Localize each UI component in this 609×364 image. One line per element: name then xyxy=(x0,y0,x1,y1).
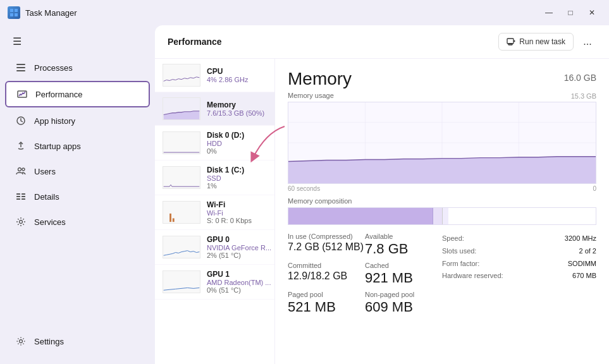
stat-available: Available 7.8 GB xyxy=(365,233,442,257)
wifi-chart-thumb xyxy=(163,201,200,224)
titlebar: Task Manager — □ ✕ xyxy=(0,0,609,25)
memory-chart-thumb xyxy=(163,97,200,120)
startup-icon xyxy=(15,140,27,152)
sidebar-label-settings: Settings xyxy=(34,337,64,346)
window-controls: — □ ✕ xyxy=(539,5,601,20)
sidebar-label-users: Users xyxy=(34,167,56,176)
sidebar-item-settings[interactable]: Settings xyxy=(5,329,150,353)
memory-usage-graph xyxy=(288,102,596,184)
speed-row: Speed: 3200 MHz xyxy=(442,233,596,245)
more-options-button[interactable]: ... xyxy=(579,33,596,51)
form-val: SODIMM xyxy=(568,258,596,270)
close-button[interactable]: ✕ xyxy=(582,5,601,20)
disk1-name: Disk 1 (C:) xyxy=(207,166,267,174)
cached-label: Cached xyxy=(365,262,442,269)
resource-item-gpu1[interactable]: GPU 1 AMD Radeon(TM) ... 0% (51 °C) xyxy=(155,265,274,300)
maximize-button[interactable]: □ xyxy=(561,5,580,20)
committed-val: 12.9/18.2 GB xyxy=(288,270,365,282)
disk0-val: 0% xyxy=(207,147,267,155)
gpu0-chart-thumb xyxy=(163,236,200,258)
hw-reserved-label: Hardware reserved: xyxy=(442,270,503,282)
minimize-button[interactable]: — xyxy=(539,5,558,20)
form-label: Form factor: xyxy=(442,258,479,270)
svg-rect-16 xyxy=(22,198,25,200)
cpu-chart-thumb xyxy=(163,64,200,87)
gpu0-sub: NVIDIA GeForce R... xyxy=(207,244,267,252)
gpu1-val: 0% (51 °C) xyxy=(207,286,267,294)
resource-item-cpu[interactable]: CPU 4% 2.86 GHz xyxy=(155,59,274,92)
stat-specs: Speed: 3200 MHz Slots used: 2 of 2 Form … xyxy=(442,233,596,315)
non-paged-label: Non-paged pool xyxy=(365,291,442,298)
cpu-sub: 4% 2.86 GHz xyxy=(207,76,267,83)
sidebar-item-startup[interactable]: Startup apps xyxy=(5,134,150,158)
disk0-info: Disk 0 (D:) HDD 0% xyxy=(207,131,267,155)
gpu0-info: GPU 0 NVIDIA GeForce R... 2% (51 °C) xyxy=(207,235,267,259)
sidebar-item-performance[interactable]: Performance xyxy=(5,81,150,107)
run-new-task-button[interactable]: Run new task xyxy=(498,33,574,51)
app-icon xyxy=(8,6,20,19)
slots-val: 2 of 2 xyxy=(579,245,596,258)
wifi-val: S: 0 R: 0 Kbps xyxy=(207,217,267,224)
sidebar-bottom: Settings xyxy=(0,329,155,359)
hw-reserved-row: Hardware reserved: 670 MB xyxy=(442,270,596,282)
sidebar-label-startup: Startup apps xyxy=(34,142,81,151)
svg-rect-11 xyxy=(16,193,20,195)
cached-val: 921 MB xyxy=(365,270,442,286)
svg-rect-1 xyxy=(15,9,18,12)
gpu0-name: GPU 0 xyxy=(207,235,267,244)
svg-rect-2 xyxy=(10,13,13,16)
run-new-task-label: Run new task xyxy=(519,37,565,46)
svg-rect-12 xyxy=(22,193,25,195)
sidebar-label-processes: Processes xyxy=(34,63,73,73)
available-val: 7.8 GB xyxy=(365,241,442,257)
svg-point-10 xyxy=(22,168,25,171)
stat-paged: Paged pool 521 MB xyxy=(288,291,365,315)
memory-usage-val: 15.3 GB xyxy=(571,92,596,100)
page-title: Performance xyxy=(168,37,493,47)
stat-in-use: In use (Compressed) 7.2 GB (512 MB) xyxy=(288,233,365,257)
sidebar: ☰ Processes Performance xyxy=(0,25,155,364)
svg-rect-15 xyxy=(16,198,20,200)
svg-rect-13 xyxy=(16,196,20,197)
time-label: 60 seconds xyxy=(288,185,320,192)
non-paged-val: 609 MB xyxy=(365,300,442,315)
gpu1-chart-thumb xyxy=(163,270,200,293)
sidebar-item-details[interactable]: Details xyxy=(5,185,150,209)
detail-total-block: 16.0 GB xyxy=(564,69,596,83)
disk0-chart-thumb xyxy=(163,131,200,154)
disk1-info: Disk 1 (C:) SSD 1% xyxy=(207,166,267,190)
mem-seg-in-use xyxy=(288,208,433,224)
sidebar-item-services[interactable]: Services xyxy=(5,210,150,234)
committed-label: Committed xyxy=(288,262,365,269)
svg-rect-4 xyxy=(16,64,25,65)
cpu-name: CPU xyxy=(207,67,267,76)
wifi-name: Wi-Fi xyxy=(207,200,267,209)
slots-label: Slots used: xyxy=(442,245,476,258)
memory-name: Memory xyxy=(207,100,267,109)
svg-rect-0 xyxy=(10,9,13,12)
svg-rect-6 xyxy=(16,70,25,71)
sidebar-item-processes[interactable]: Processes xyxy=(5,56,150,80)
svg-rect-22 xyxy=(169,214,171,222)
resource-item-gpu0[interactable]: GPU 0 NVIDIA GeForce R... 2% (51 °C) xyxy=(155,230,274,265)
detail-title: Memory xyxy=(288,69,352,89)
resource-item-disk0[interactable]: Disk 0 (D:) HDD 0% xyxy=(155,126,274,161)
resource-item-disk1[interactable]: Disk 1 (C:) SSD 1% xyxy=(155,161,274,195)
disk1-val: 1% xyxy=(207,182,267,190)
form-row: Form factor: SODIMM xyxy=(442,258,596,270)
svg-rect-5 xyxy=(16,67,25,68)
main-container: ☰ Processes Performance xyxy=(0,25,609,364)
memory-total: 16.0 GB xyxy=(564,73,596,83)
sidebar-spacer xyxy=(0,234,155,329)
svg-rect-19 xyxy=(507,39,514,44)
hamburger-menu[interactable]: ☰ xyxy=(0,30,25,52)
window-title: Task Manager xyxy=(25,8,534,18)
graph-labels: 60 seconds 0 xyxy=(288,185,596,192)
sidebar-item-users[interactable]: Users xyxy=(5,159,150,183)
available-label: Available xyxy=(365,233,442,240)
svg-rect-14 xyxy=(22,196,25,197)
sidebar-item-app-history[interactable]: App history xyxy=(5,109,150,133)
resource-item-wifi[interactable]: Wi-Fi Wi-Fi S: 0 R: 0 Kbps xyxy=(155,195,274,230)
resource-item-memory[interactable]: Memory 7.6/15.3 GB (50%) xyxy=(155,92,274,126)
speed-val: 3200 MHz xyxy=(565,233,596,245)
